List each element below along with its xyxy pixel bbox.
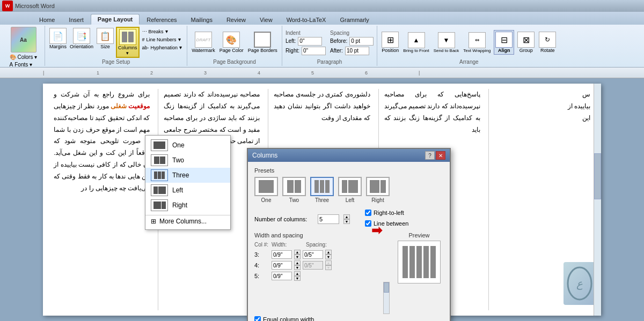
- num-cols-label: Number of columns:: [254, 216, 313, 222]
- preset-two[interactable]: Two: [282, 177, 306, 203]
- ws-col3-spacing-up[interactable]: ▲: [325, 250, 332, 255]
- orientation-button[interactable]: 📑 Orientation: [69, 27, 94, 50]
- columns-button[interactable]: Columns▾: [116, 27, 140, 58]
- line-numbers-button[interactable]: # Line Numbers▾: [141, 36, 184, 43]
- num-cols-down[interactable]: ▼: [343, 219, 350, 224]
- ws-col3-spacing-down[interactable]: ▼: [325, 255, 332, 259]
- tab-home[interactable]: Home: [32, 14, 62, 25]
- equal-col-width-checkbox[interactable]: [254, 316, 261, 321]
- ws-col5-width-down[interactable]: ▼: [294, 276, 301, 281]
- line-between-checkbox[interactable]: [365, 220, 371, 227]
- col-hash-header: Col #:: [254, 242, 269, 248]
- num-cols-up[interactable]: ▲: [343, 214, 350, 219]
- col-two-item[interactable]: Two: [145, 153, 230, 168]
- preset-left-icon: [338, 177, 362, 196]
- num-cols-row: Number of columns: ▲ ▼ Right-to-left Lin…: [254, 210, 443, 229]
- paragraph-label: Paragraph: [317, 58, 342, 65]
- tab-word-to-latex[interactable]: Word-to-LaTeX: [280, 14, 333, 25]
- tab-references[interactable]: References: [140, 14, 184, 25]
- ws-col4-spacing[interactable]: [303, 261, 323, 270]
- tab-mailings[interactable]: Mailings: [184, 14, 219, 25]
- width-header: Width:: [272, 242, 304, 248]
- ws-col3-width-down[interactable]: ▼: [294, 255, 301, 259]
- col-right-item[interactable]: Right: [145, 198, 230, 213]
- preset-one[interactable]: One: [254, 177, 278, 203]
- num-cols-spinner[interactable]: ▲ ▼: [343, 214, 350, 224]
- breaks-button[interactable]: ⋯ Breaks▾: [141, 28, 184, 35]
- indent-left-input[interactable]: [298, 37, 322, 46]
- equal-col-width-row: Equal column width: [254, 316, 390, 321]
- num-cols-input[interactable]: [318, 214, 339, 224]
- spacing-after-input[interactable]: [345, 47, 369, 55]
- preview-col-4: [423, 246, 429, 278]
- more-columns-button[interactable]: ⊞ More Columns...: [145, 215, 230, 227]
- indent-right-input[interactable]: [302, 47, 326, 55]
- logo-watermark: ع: [564, 262, 596, 305]
- presets-row: One Two Three: [254, 177, 443, 203]
- col-one-icon: [151, 139, 168, 151]
- scrollbar-thumb[interactable]: [594, 153, 601, 200]
- rotate-button[interactable]: ↻ Rotate: [538, 31, 557, 54]
- text-wrapping-button[interactable]: ⇔ Text Wrapping: [462, 31, 492, 54]
- colors-button[interactable]: 🎨 Colors▾: [8, 54, 39, 61]
- columns-dialog: Columns ? ✕ Presets One: [247, 148, 451, 321]
- ws-row-4: 4: ▲▼ ▲▼: [254, 260, 390, 270]
- ws-col5-width-up[interactable]: ▲: [294, 271, 301, 276]
- size-button[interactable]: 📋 Size: [96, 27, 115, 50]
- page-setup-group: 📄 Margins 📑 Orientation 📋 Size: [45, 26, 187, 66]
- preset-right-label: Right: [371, 197, 384, 203]
- ws-col3-spacing[interactable]: [303, 250, 323, 259]
- tab-view[interactable]: View: [253, 14, 280, 25]
- spacing-before-input[interactable]: [349, 37, 374, 46]
- preset-left-label: Left: [346, 197, 355, 203]
- themes-group: Aa 🎨 Colors▾ A Fonts▾ ✦ Effects▾ Themes: [2, 26, 45, 66]
- ws-col4-spacing-up: ▲: [325, 260, 332, 265]
- group-button[interactable]: ⊠ Group: [516, 31, 536, 54]
- hyphenation-button[interactable]: ab- Hyphenation▾: [141, 44, 184, 51]
- document-area: برای شروع راجع به آن شرکت و موقعیت شغلی …: [0, 78, 644, 321]
- right-to-left-checkbox[interactable]: [365, 210, 371, 216]
- col-left-item[interactable]: Left: [145, 183, 230, 198]
- word-logo: W: [2, 1, 13, 11]
- arrange-group: ⊞ Position ▲ Bring to Front ▼ Send to Ba…: [377, 26, 560, 66]
- page-color-button[interactable]: 🎨 Page Color: [218, 31, 245, 54]
- preview-col-5: [430, 246, 436, 278]
- watermark-button[interactable]: DRAFT Watermark: [191, 31, 216, 54]
- tab-grammarly[interactable]: Grammarly: [333, 14, 376, 25]
- dialog-close-button[interactable]: ✕: [436, 151, 445, 160]
- svg-rect-0: [122, 32, 127, 42]
- tab-review[interactable]: Review: [219, 14, 253, 25]
- preset-right[interactable]: Right: [366, 177, 390, 203]
- ws-col5-width[interactable]: [272, 272, 292, 280]
- ws-col4-width-down[interactable]: ▼: [294, 265, 301, 270]
- right-to-left-label: Right-to-left: [374, 210, 404, 216]
- ws-header: Col #: Width: Spacing:: [254, 242, 390, 248]
- tab-insert[interactable]: Insert: [62, 14, 91, 25]
- indent-right-row: Right:: [286, 47, 326, 55]
- spacing-header: Spacing:: [306, 242, 338, 248]
- tab-page-layout[interactable]: Page Layout: [91, 14, 140, 25]
- dialog-help-button[interactable]: ?: [425, 151, 435, 160]
- spacing-after-row: After:: [330, 47, 374, 55]
- scrollbar[interactable]: [594, 84, 601, 316]
- ws-col3-width-up[interactable]: ▲: [294, 250, 301, 255]
- preset-three[interactable]: Three: [310, 177, 334, 203]
- position-button[interactable]: ⊞ Position: [380, 31, 400, 54]
- preset-three-icon: [310, 177, 334, 196]
- ws-col3-width[interactable]: [272, 250, 292, 259]
- ws-col4-width[interactable]: [272, 261, 292, 270]
- themes-button[interactable]: Aa: [11, 27, 36, 53]
- col-three-item[interactable]: Three: [145, 168, 230, 183]
- doc-col-1: برای شروع راجع به آن شرکت و موقعیت شغلی …: [54, 89, 150, 310]
- send-to-back-button[interactable]: ▼ Send to Back: [433, 31, 460, 54]
- preset-left[interactable]: Left: [338, 177, 362, 203]
- ws-col4-num: 4:: [254, 262, 269, 268]
- ws-row-3: 3: ▲▼ ▲▼: [254, 250, 390, 259]
- margins-button[interactable]: 📄 Margins: [48, 27, 68, 50]
- bring-to-front-button[interactable]: ▲ Bring to Front: [402, 31, 430, 54]
- page-borders-button[interactable]: Page Borders: [247, 31, 279, 54]
- col-one-item[interactable]: One: [145, 138, 230, 153]
- dialog-titlebar: Columns ? ✕: [248, 149, 450, 162]
- ws-col4-width-up[interactable]: ▲: [294, 260, 301, 265]
- align-button[interactable]: ⊟ Align: [494, 30, 514, 55]
